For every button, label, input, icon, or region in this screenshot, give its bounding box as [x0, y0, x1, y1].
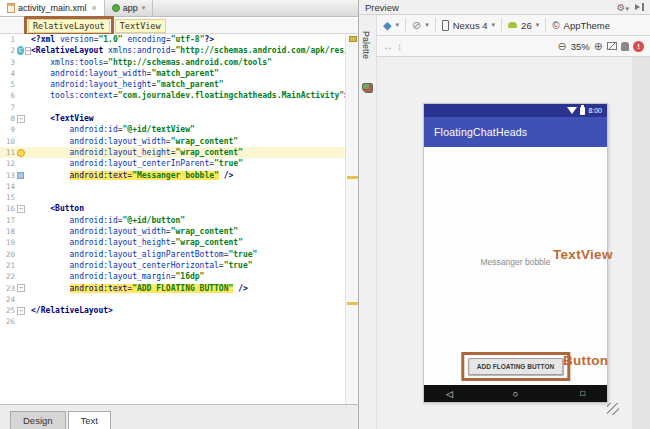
code-line[interactable]: 25−</RelativeLayout> [0, 305, 345, 316]
code-line[interactable]: 13 android:text="Messanger bobble" /> [0, 170, 345, 181]
code-line[interactable]: 3 xmlns:tools="http://schemas.android.co… [0, 57, 345, 68]
bulb-icon[interactable] [17, 149, 25, 157]
preview-pane: Preview ⚙▾ Palette ◆▾ ⊘▾ Nexus 4▾ 26▾ © … [358, 0, 650, 429]
android-api-icon[interactable] [508, 22, 517, 28]
code-line[interactable]: 18 android:layout_width="wrap_content" [0, 226, 345, 237]
phone-status-bar: 8:00 [424, 104, 607, 117]
chevron-down-icon: ▾ [142, 4, 146, 12]
code-line[interactable]: 12 android:layout_centerInParent="true" [0, 158, 345, 169]
tab-label: app [123, 3, 138, 13]
edit-icon [17, 172, 24, 179]
chevron-down-icon[interactable]: ▾ [395, 21, 399, 29]
tool-window-strip: Palette [359, 15, 377, 429]
class-icon: c [17, 46, 24, 55]
search-match-marker[interactable] [347, 302, 358, 305]
code-line[interactable]: 4 android:layout_width="match_parent" [0, 68, 345, 79]
fold-icon[interactable]: − [17, 205, 25, 213]
android-studio-window: activity_main.xml × app ▾ RelativeLayout… [0, 0, 650, 429]
preview-header: Preview ⚙▾ [359, 0, 650, 15]
code-editor[interactable]: 1<?xml version="1.0" encoding="utf-8"?>2… [0, 34, 345, 404]
api-level-selector[interactable]: 26 [521, 20, 532, 31]
tab-label: activity_main.xml [18, 3, 87, 13]
annotation-box-button: ADD FLOATING BUTTON [461, 352, 570, 381]
theme-icon[interactable]: © [552, 20, 559, 31]
preview-canvas[interactable]: 8:00 FloatingChatHeads Messanger bobble … [377, 57, 650, 429]
fold-icon[interactable]: − [17, 284, 25, 292]
palette-icon[interactable] [362, 83, 373, 93]
app-bar-title: FloatingChatHeads [434, 126, 527, 138]
orientation-icon[interactable]: ⊘ [412, 19, 421, 32]
phone-content: Messanger bobble ADD FLOATING BUTTON [424, 147, 607, 385]
annotation-textview-label: TextView [553, 247, 613, 262]
close-icon[interactable]: × [92, 3, 97, 13]
code-line[interactable]: 22 android:layout_margin="16dp" [0, 271, 345, 282]
recents-icon: □ [580, 389, 585, 398]
code-line[interactable]: 8− <TextView [0, 113, 345, 124]
canvas-scrollbar[interactable] [632, 57, 650, 429]
breadcrumb-textview[interactable]: TextView [115, 19, 166, 33]
code-line[interactable]: 15 [0, 192, 345, 203]
phone-nav-bar: ◁ ○ □ [424, 385, 607, 402]
palette-tab[interactable]: Palette [361, 31, 371, 59]
chevron-down-icon[interactable]: ▾ [492, 21, 496, 29]
back-icon: ◁ [446, 389, 453, 399]
code-line[interactable]: 7 [0, 102, 345, 113]
code-line[interactable]: 11 android:layout_height="wrap_content" [0, 147, 345, 158]
xml-file-icon [7, 3, 15, 13]
zoom-in-button[interactable]: ⊕ [594, 40, 603, 53]
battery-icon [580, 107, 585, 115]
code-line[interactable]: 17 android:id="@+id/button" [0, 215, 345, 226]
tab-app[interactable]: app ▾ [105, 0, 154, 16]
code-line[interactable]: 9 android:id="@+id/textView" [0, 124, 345, 135]
resize-horizontal-icon[interactable]: ↔ [383, 41, 393, 52]
editor-tabbar: activity_main.xml × app ▾ [0, 0, 358, 17]
chevron-down-icon[interactable]: ▾ [536, 21, 540, 29]
phone-app-bar: FloatingChatHeads [424, 117, 607, 147]
annotation-button-label: Button [563, 353, 608, 368]
tab-text[interactable]: Text [68, 411, 111, 429]
theme-selector[interactable]: AppTheme [564, 20, 610, 31]
code-line[interactable]: 20 android:layout_alignParentBottom="tru… [0, 249, 345, 260]
resize-vertical-icon[interactable]: ↕ [397, 41, 402, 52]
code-line[interactable]: 23− android:text="ADD FLOATING BUTTON" /… [0, 283, 345, 294]
code-line[interactable]: 2c−<RelativeLayout xmlns:android="http:/… [0, 45, 345, 56]
code-line[interactable]: 6 tools:context="com.journaldev.floating… [0, 90, 345, 101]
code-line[interactable]: 26 [0, 316, 345, 327]
fold-icon[interactable]: − [17, 115, 25, 123]
code-line[interactable]: 5 android:layout_height="match_parent" [0, 79, 345, 90]
code-line[interactable]: 16− <Button [0, 203, 345, 214]
search-match-marker[interactable] [347, 176, 358, 179]
breadcrumb-relativelayout[interactable]: RelativeLayout [28, 19, 110, 33]
code-line[interactable]: 21 android:layout_centerHorizontal="true… [0, 260, 345, 271]
layout-variant-icon[interactable]: ◆ [383, 19, 391, 32]
device-icon[interactable] [442, 20, 449, 31]
editor-scrollbar[interactable] [345, 34, 358, 404]
pan-icon[interactable] [621, 42, 629, 51]
editor-pane: activity_main.xml × app ▾ RelativeLayout… [0, 0, 358, 429]
preview-title: Preview [365, 2, 399, 13]
fold-icon[interactable]: − [17, 307, 25, 315]
breadcrumb-label: RelativeLayout [33, 21, 105, 31]
code-line[interactable]: 1<?xml version="1.0" encoding="utf-8"?> [0, 34, 345, 45]
zoom-to-fit-icon[interactable] [607, 42, 617, 50]
zoom-level: 35% [571, 41, 590, 52]
tab-activity-main-xml[interactable]: activity_main.xml × [0, 0, 105, 16]
resize-handle[interactable] [607, 403, 619, 415]
gear-icon[interactable]: ⚙▾ [617, 2, 629, 13]
app-run-icon [112, 4, 120, 12]
render-errors-badge[interactable]: ! [633, 41, 644, 52]
device-selector[interactable]: Nexus 4 [453, 20, 488, 31]
preview-button: ADD FLOATING BUTTON [468, 358, 563, 375]
inspection-status-icon[interactable] [349, 36, 357, 42]
breadcrumb: RelativeLayout TextView [0, 18, 358, 34]
zoom-out-button[interactable]: ⊖ [558, 40, 567, 53]
status-time: 8:00 [588, 107, 602, 114]
wifi-icon [567, 107, 577, 114]
chevron-down-icon[interactable]: ▾ [425, 21, 429, 29]
hide-panel-icon[interactable] [635, 3, 644, 11]
code-line[interactable]: 14 [0, 181, 345, 192]
code-line[interactable]: 19 android:layout_height="wrap_content" [0, 237, 345, 248]
code-line[interactable]: 10 android:layout_width="wrap_content" [0, 136, 345, 147]
tab-design[interactable]: Design [10, 411, 66, 429]
code-line[interactable]: 24 [0, 294, 345, 305]
